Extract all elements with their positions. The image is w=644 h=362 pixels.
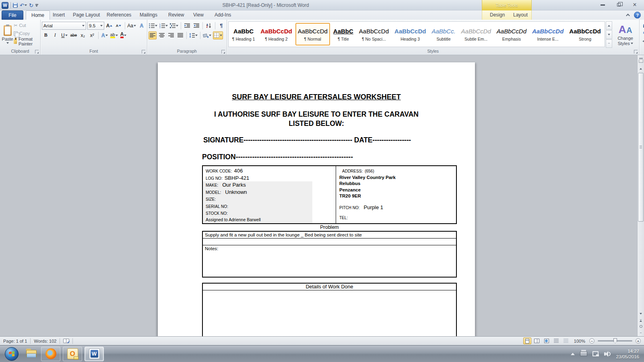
tab-add-ins[interactable]: Add-Ins xyxy=(209,10,236,20)
bullets-dropdown-icon[interactable] xyxy=(155,25,157,27)
shading-dropdown-icon[interactable] xyxy=(209,35,211,36)
network-tray-icon[interactable] xyxy=(592,351,599,356)
decrease-indent-button[interactable] xyxy=(183,22,191,30)
minimize-button[interactable] xyxy=(597,2,608,8)
tab-layout[interactable]: Layout xyxy=(508,10,533,20)
style-normal[interactable]: AaBbCcDd¶ Normal xyxy=(295,23,330,45)
fullscreen-reading-view-button[interactable] xyxy=(533,337,541,344)
style-emphasis[interactable]: AaBbCcDdEmphasis xyxy=(494,23,529,45)
style-heading-3[interactable]: AaBbCcDdHeading 3 xyxy=(392,23,428,45)
line-spacing-dropdown-icon[interactable] xyxy=(195,35,198,36)
redo-button[interactable]: ↻ xyxy=(29,2,33,8)
zoom-out-button[interactable]: − xyxy=(589,338,594,343)
subscript-button[interactable]: x₂ xyxy=(79,31,87,39)
font-color-button[interactable]: A xyxy=(120,31,128,39)
undo-button[interactable]: ↶ xyxy=(20,2,27,8)
save-button[interactable] xyxy=(13,3,18,8)
change-case-button[interactable]: Aa xyxy=(127,22,136,30)
page-count[interactable]: Page: 1 of 1 xyxy=(0,337,30,345)
cut-button[interactable]: ✂Cut xyxy=(14,22,39,29)
grow-font-button[interactable]: A xyxy=(105,22,114,30)
copy-button[interactable]: Copy xyxy=(14,30,39,37)
bullets-button[interactable] xyxy=(149,22,158,30)
start-button[interactable] xyxy=(5,347,19,361)
scroll-down-button[interactable] xyxy=(638,311,644,317)
zoom-level[interactable]: 100% xyxy=(572,339,588,343)
taskbar-explorer-button[interactable] xyxy=(24,347,39,361)
increase-indent-button[interactable] xyxy=(192,22,200,30)
style-strong[interactable]: AaBbCcDdStrong xyxy=(567,23,603,45)
close-button[interactable]: × xyxy=(630,2,640,8)
zoom-in-button[interactable]: + xyxy=(636,338,641,343)
tab-review[interactable]: Review xyxy=(163,10,189,20)
style-heading-1[interactable]: AaBbC¶ Heading 1 xyxy=(230,23,257,45)
font-size-combo[interactable]: 9.5 xyxy=(87,22,104,30)
shading-button[interactable] xyxy=(202,31,212,39)
highlight-button[interactable]: ab xyxy=(110,31,118,39)
style-title[interactable]: AaBbC¶ Title xyxy=(331,23,356,45)
scroll-up-button[interactable] xyxy=(638,66,644,72)
shrink-font-button[interactable]: A xyxy=(115,22,123,30)
tab-page-layout[interactable]: Page Layout xyxy=(68,10,105,20)
outline-view-button[interactable] xyxy=(552,337,560,344)
highlight-dropdown-icon[interactable] xyxy=(116,35,118,36)
document-page[interactable]: SURF BAY LEISURE AFTERSALES WORKSHEET I … xyxy=(158,62,475,336)
tab-references[interactable]: References xyxy=(101,10,136,20)
justify-button[interactable] xyxy=(176,31,184,39)
font-size-dropdown-icon[interactable] xyxy=(100,25,103,27)
clipboard-dialog-launcher[interactable] xyxy=(35,50,39,53)
style-intense-emphasis[interactable]: AaBbCcDdIntense E... xyxy=(530,23,566,45)
spellcheck-status[interactable]: ✓ xyxy=(60,337,72,345)
tab-mailings[interactable]: Mailings xyxy=(134,10,163,20)
multilevel-dropdown-icon[interactable] xyxy=(176,25,178,27)
line-spacing-button[interactable] xyxy=(189,31,198,39)
italic-button[interactable]: I xyxy=(51,31,59,39)
split-handle[interactable] xyxy=(639,58,643,59)
font-family-combo[interactable]: Arial xyxy=(42,22,86,30)
borders-dropdown-icon[interactable] xyxy=(220,35,222,36)
underline-button[interactable]: U xyxy=(60,31,68,39)
borders-button[interactable] xyxy=(213,31,223,39)
restore-button[interactable] xyxy=(613,2,624,8)
tab-file[interactable]: File xyxy=(2,10,23,20)
draft-view-button[interactable] xyxy=(562,337,570,344)
help-button[interactable]: ? xyxy=(634,12,641,19)
clear-formatting-button[interactable]: A xyxy=(138,22,146,30)
vertical-scrollbar[interactable] xyxy=(637,55,644,336)
word-count[interactable]: Words: 102 xyxy=(31,337,60,345)
print-layout-view-button[interactable] xyxy=(523,337,531,344)
align-left-button[interactable] xyxy=(149,31,157,39)
style-heading-2[interactable]: AaBbCcDd¶ Heading 2 xyxy=(258,23,294,45)
zoom-slider-thumb[interactable] xyxy=(613,338,617,343)
undo-dropdown-icon[interactable] xyxy=(25,4,27,6)
previous-page-button[interactable] xyxy=(638,317,644,323)
style-subtitle[interactable]: AaBbCc.Subtitle xyxy=(429,23,458,45)
printer-tray-icon[interactable] xyxy=(580,351,587,356)
styles-more-button[interactable] xyxy=(606,39,612,48)
styles-dialog-launcher[interactable] xyxy=(634,50,638,53)
tab-home[interactable]: Home xyxy=(26,10,50,20)
select-browse-object-button[interactable] xyxy=(638,323,644,329)
style-subtle-emphasis[interactable]: AaBbCcDdSubtle Em... xyxy=(459,23,493,45)
font-family-dropdown-icon[interactable] xyxy=(82,25,85,27)
taskbar-outlook-button[interactable]: O xyxy=(63,347,82,361)
numbering-dropdown-icon[interactable] xyxy=(165,25,168,27)
text-effects-button[interactable]: A xyxy=(101,31,109,39)
font-dialog-launcher[interactable] xyxy=(142,50,145,53)
ruler-toggle-button[interactable] xyxy=(638,56,644,65)
superscript-button[interactable]: x² xyxy=(88,31,96,39)
taskbar-firefox-button[interactable] xyxy=(41,347,60,361)
strikethrough-button[interactable]: abe xyxy=(70,31,78,39)
next-page-button[interactable] xyxy=(638,330,644,336)
zoom-slider[interactable] xyxy=(598,340,632,341)
change-styles-button[interactable]: A A Change Styles xyxy=(613,21,638,48)
tab-design[interactable]: Design xyxy=(485,10,510,20)
paste-button[interactable]: Paste xyxy=(1,21,14,48)
numbering-button[interactable]: 123 xyxy=(159,22,168,30)
align-right-button[interactable] xyxy=(167,31,175,39)
taskbar-word-button[interactable]: W xyxy=(85,347,104,361)
align-center-button[interactable] xyxy=(158,31,166,39)
multilevel-list-button[interactable] xyxy=(169,22,179,30)
format-painter-button[interactable]: Format Painter xyxy=(14,38,39,45)
scrollbar-thumb[interactable] xyxy=(638,73,644,222)
